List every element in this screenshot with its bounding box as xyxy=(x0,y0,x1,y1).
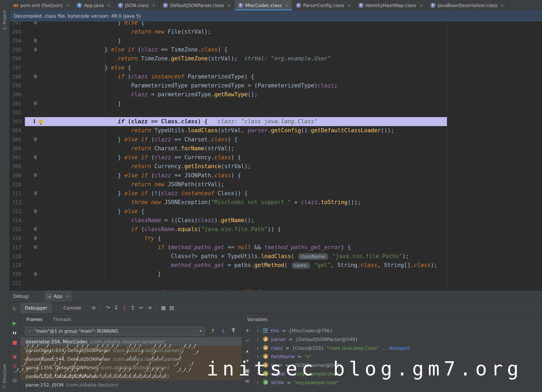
variable-row[interactable]: ›vobjVal = "org.example.User" xyxy=(253,369,542,378)
editor-tab[interactable]: CMiscCodec.class× xyxy=(235,0,293,11)
gutter-marker[interactable] xyxy=(25,225,51,234)
chevron-right-icon[interactable]: › xyxy=(257,345,260,350)
gutter-marker[interactable] xyxy=(25,36,51,45)
watch-glasses-icon[interactable]: ∞ xyxy=(243,377,251,384)
chevron-right-icon[interactable]: › xyxy=(257,362,260,368)
gutter-marker[interactable] xyxy=(25,90,51,99)
gutter-marker[interactable] xyxy=(25,135,51,144)
code-line[interactable]: 312 throw new JSONException("MiscCodec n… xyxy=(10,198,542,207)
variable-row[interactable]: ›pparser = {DefaultJSONParser@549} xyxy=(253,335,542,344)
line-number[interactable]: 311 xyxy=(10,189,25,198)
move-down-icon[interactable]: ▾ xyxy=(243,358,251,364)
line-number[interactable]: 316 xyxy=(10,234,25,243)
line-number[interactable]: 321 xyxy=(10,279,25,288)
line-number[interactable]: 302 xyxy=(10,108,25,117)
stack-frame[interactable]: parse:152, JSON (com.alibaba.fastjson) xyxy=(20,380,242,389)
gutter-marker[interactable] xyxy=(25,189,51,198)
line-number[interactable]: 320 xyxy=(10,270,25,279)
editor-tab[interactable]: CParserConfig.class× xyxy=(293,0,355,11)
code-line[interactable]: 320 } xyxy=(10,270,542,279)
drop-frame-icon[interactable]: ↩ xyxy=(137,304,145,312)
frame-down-icon[interactable]: ↓ xyxy=(219,327,228,335)
code-line[interactable]: 318 Class<?> paths = TypeUtils.loadClass… xyxy=(10,252,542,261)
line-number[interactable]: 308 xyxy=(10,162,25,171)
code-line[interactable]: 301 } xyxy=(10,99,542,108)
gutter-marker[interactable] xyxy=(25,126,51,135)
stack-frame[interactable]: parseObject:634, DefaultJSONParser (com.… xyxy=(20,346,242,354)
stop-icon[interactable]: ■ xyxy=(11,339,19,346)
line-number[interactable]: 295 xyxy=(10,45,25,54)
close-icon[interactable]: × xyxy=(500,3,504,8)
code-line[interactable]: 314 className = ((Class)clazz).getName()… xyxy=(10,216,542,225)
gutter-marker[interactable] xyxy=(25,81,51,90)
editor-tab[interactable]: mpom.xml (fastjson)× xyxy=(10,0,73,11)
code-line[interactable]: 310 return new JSONPath(strVal); xyxy=(10,180,542,189)
add-icon[interactable]: + xyxy=(243,328,251,334)
navigate-link[interactable]: Navigate xyxy=(389,345,410,350)
gutter-marker[interactable] xyxy=(25,261,51,270)
line-number[interactable]: 296 xyxy=(10,54,25,63)
frame-up-icon[interactable]: ↑ xyxy=(209,327,217,335)
gutter-marker[interactable] xyxy=(25,21,51,27)
gutter-marker[interactable] xyxy=(25,180,51,189)
force-step-into-icon[interactable]: ↧ xyxy=(120,304,129,312)
variable-row[interactable]: ›plexer = {JSONScanner@547} xyxy=(253,361,542,370)
code-line[interactable]: 317 if (method_paths_get == null && !met… xyxy=(10,243,542,252)
editor-tab[interactable]: CApp.java× xyxy=(73,0,114,11)
line-number[interactable]: 312 xyxy=(10,198,25,207)
line-number[interactable]: 292 xyxy=(10,21,25,27)
editor-tab[interactable]: CDefaultJSONParser.class× xyxy=(159,0,234,11)
gutter-marker[interactable] xyxy=(25,234,51,243)
close-icon[interactable]: × xyxy=(419,3,423,8)
variable-row[interactable]: ›vstrVal = "org.example.User" xyxy=(253,378,542,387)
line-number[interactable]: 294 xyxy=(10,36,25,45)
line-number[interactable]: 314 xyxy=(10,216,25,225)
chevron-right-icon[interactable]: › xyxy=(257,328,260,333)
code-line[interactable]: 316 try { xyxy=(10,234,542,243)
stack-frame[interactable]: parse:1356, DefaultJSONParser (com.aliba… xyxy=(20,363,242,372)
code-line[interactable]: 294 } xyxy=(10,36,542,45)
code-editor[interactable]: 292 } else {293 return new File(strVal);… xyxy=(10,21,542,290)
gutter-marker[interactable] xyxy=(25,216,51,225)
copy-icon[interactable]: ▣ xyxy=(243,368,251,374)
line-number[interactable]: 319 xyxy=(10,261,25,270)
line-number[interactable]: 315 xyxy=(10,225,25,234)
resume-icon[interactable]: ▶ xyxy=(11,319,19,327)
move-up-icon[interactable]: ▴ xyxy=(243,348,251,354)
line-number[interactable]: 293 xyxy=(10,27,25,36)
gutter-marker[interactable] xyxy=(25,288,51,290)
line-number[interactable]: 307 xyxy=(10,153,25,162)
code-line[interactable]: 306 return Charset.forName(strVal); xyxy=(10,144,542,153)
gutter-marker[interactable] xyxy=(25,270,51,279)
code-line[interactable]: 292 } else { xyxy=(10,21,542,27)
debug-session-tab[interactable]: App × xyxy=(44,291,73,302)
line-number[interactable]: 300 xyxy=(10,90,25,99)
settings-icon[interactable]: ◎ xyxy=(11,376,19,384)
gutter-marker[interactable] xyxy=(25,153,51,162)
evaluate-expression-icon[interactable]: ▦ xyxy=(159,304,168,312)
step-over-icon[interactable]: ↷ xyxy=(103,304,112,312)
debug-tab-debugger[interactable]: Debugger xyxy=(20,302,52,313)
line-number[interactable]: 313 xyxy=(10,207,25,216)
mute-breakpoints-icon[interactable]: ⊘ xyxy=(11,362,19,370)
code-line[interactable]: 308 return Currency.getInstance(strVal); xyxy=(10,162,542,171)
gutter-marker[interactable] xyxy=(25,198,51,207)
chevron-right-icon[interactable]: › xyxy=(257,354,260,359)
chevron-right-icon[interactable]: › xyxy=(257,371,260,376)
code-line[interactable]: 319 method_paths_get = paths.getMethod( … xyxy=(10,261,542,270)
line-number[interactable]: 310 xyxy=(10,180,25,189)
code-line[interactable]: 313 } else { xyxy=(10,207,542,216)
variable-row[interactable]: ›pclazz = {Class@320} "class java.lang.C… xyxy=(253,343,542,352)
code-line[interactable]: 298 if (clazz instanceof ParameterizedTy… xyxy=(10,72,542,81)
view-breakpoints-icon[interactable]: ◉ xyxy=(11,353,19,360)
gutter-marker[interactable] xyxy=(25,54,51,63)
line-number[interactable]: 298 xyxy=(10,72,25,81)
gutter-marker[interactable] xyxy=(25,27,51,36)
line-number[interactable]: 303 xyxy=(10,117,25,126)
pause-icon[interactable]: ▮▮ xyxy=(11,329,19,337)
code-line[interactable]: 305 } else if (clazz == Charset.class) { xyxy=(10,135,542,144)
layout-settings-icon[interactable]: ▤ xyxy=(168,304,176,312)
tool-window-button-project[interactable]: 1: Project xyxy=(2,11,7,30)
gutter-marker[interactable] xyxy=(25,171,51,180)
code-line[interactable]: 322 if (method_paths_get != null) { xyxy=(10,288,542,290)
